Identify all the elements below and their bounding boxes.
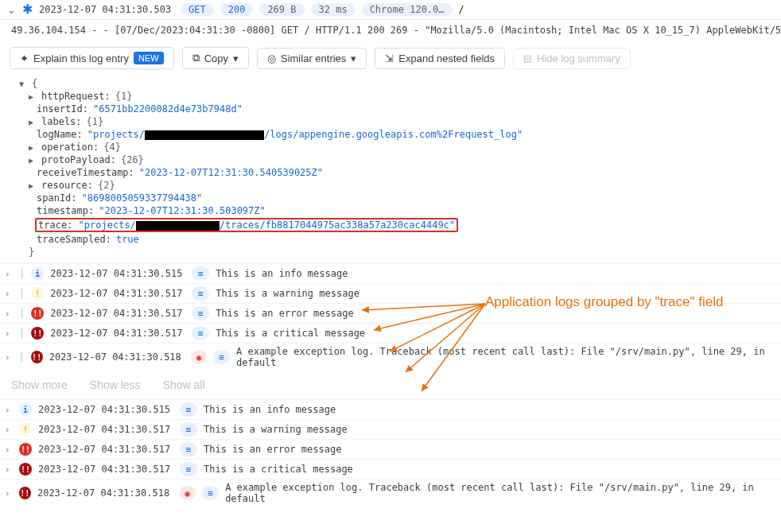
redacted-project (145, 130, 264, 140)
header-timestamp: 2023-12-07 04:31:30.503 (39, 4, 174, 15)
severity-crit-icon: !! (19, 487, 31, 499)
log-message: This is a critical message (216, 328, 365, 339)
log-message: A example exception log. Traceback (most… (236, 346, 776, 368)
redacted-project (136, 221, 220, 231)
json-key[interactable]: protoPayload: (41, 154, 116, 165)
log-message: This is an info message (216, 268, 348, 279)
json-key[interactable]: httpRequest: (41, 91, 111, 102)
expand-nested-button[interactable]: ⇲ Expand nested fields (375, 48, 505, 69)
hide-icon: ⊟ (523, 52, 532, 64)
expand-icon: ⇲ (385, 52, 394, 64)
json-value[interactable]: true (116, 234, 139, 245)
expand-arrow-icon[interactable]: ▶ (29, 118, 37, 126)
log-row[interactable]: › | !! 2023-12-07 04:31:30.518 ◉ ≡ A exa… (0, 343, 781, 371)
dropdown-caret-icon: ▾ (351, 52, 356, 64)
json-value[interactable]: "2023-12-07T12:31:30.503097Z" (99, 205, 266, 216)
json-key[interactable]: trace: (38, 219, 72, 231)
log-message: This is a warning message (216, 288, 359, 299)
expand-arrow-icon[interactable]: ▶ (29, 143, 37, 152)
trace-chip-icon[interactable]: ≡ (192, 286, 209, 301)
trace-chip-icon[interactable]: ≡ (192, 326, 209, 340)
log-row[interactable]: › | i 2023-12-07 04:31:30.515 ≡ This is … (0, 263, 781, 283)
nesting-bar: | (19, 288, 25, 299)
log-row[interactable]: › !! 2023-12-07 04:31:30.517 ≡ This is a… (0, 459, 781, 479)
json-value[interactable]: "6571bb2200082d4e73b7948d" (93, 103, 243, 115)
log-timestamp: 2023-12-07 04:31:30.515 (38, 404, 173, 415)
expand-chevron-icon[interactable]: › (5, 269, 13, 279)
expand-chevron-icon[interactable]: › (5, 425, 13, 435)
nesting-bar: | (19, 308, 25, 319)
json-key[interactable]: timestamp: (37, 205, 94, 216)
log-row[interactable]: › | !! 2023-12-07 04:31:30.517 ≡ This is… (0, 303, 781, 323)
response-size-pill[interactable]: 269 B (259, 3, 304, 16)
json-key[interactable]: resource: (41, 180, 93, 191)
expand-arrow-icon[interactable]: ▶ (29, 92, 37, 101)
json-key[interactable]: receiveTimestamp: (37, 167, 134, 178)
brace-open: { (32, 78, 37, 89)
json-count: {2} (98, 180, 115, 191)
trace-chip-icon[interactable]: ≡ (180, 402, 197, 417)
json-key[interactable]: traceSampled: (37, 234, 111, 245)
trace-chip-icon[interactable]: ≡ (192, 306, 209, 320)
json-key[interactable]: insertId: (37, 103, 88, 115)
json-value[interactable]: "8698005059337794438" (82, 192, 203, 204)
user-agent-pill[interactable]: Chrome 120.0… (362, 3, 453, 16)
expand-chevron-icon[interactable]: › (5, 488, 13, 499)
log-row[interactable]: › !! 2023-12-07 04:31:30.518 ◉ ≡ A examp… (0, 479, 781, 507)
trace-chip-icon[interactable]: ≡ (202, 486, 219, 500)
json-value[interactable]: "2023-12-07T12:31:30.540539025Z" (139, 167, 323, 178)
log-timestamp: 2023-12-07 04:31:30.517 (38, 464, 173, 475)
trace-chip-icon[interactable]: ≡ (192, 266, 209, 281)
target-icon: ◎ (267, 52, 276, 64)
json-key[interactable]: spanId: (37, 192, 77, 204)
log-row[interactable]: › | !! 2023-12-07 04:31:30.517 ≡ This is… (0, 323, 781, 343)
error-report-icon[interactable]: ◉ (179, 486, 196, 500)
http-status-pill[interactable]: 200 (220, 3, 254, 16)
json-value[interactable]: "projects//logs/appengine.googleapis.com… (87, 129, 523, 140)
severity-err-icon: !! (31, 307, 44, 320)
expand-chevron-icon[interactable]: › (5, 405, 13, 415)
raw-log-text: 49.36.104.154 - - [07/Dec/2023:04:31:30 … (0, 20, 781, 41)
json-count: {26} (121, 154, 144, 165)
collapse-chevron[interactable]: ⌄ (6, 4, 16, 16)
expand-chevron-icon[interactable]: › (5, 352, 12, 363)
expand-chevron-icon[interactable]: › (5, 445, 13, 455)
log-row[interactable]: › | ! 2023-12-07 04:31:30.517 ≡ This is … (0, 283, 781, 303)
trace-chip-icon[interactable]: ≡ (180, 442, 197, 456)
trace-chip-icon[interactable]: ≡ (180, 462, 197, 476)
log-row[interactable]: › ! 2023-12-07 04:31:30.517 ≡ This is a … (0, 419, 781, 439)
show-controls: Show more Show less Show all (0, 371, 781, 399)
expand-chevron-icon[interactable]: › (5, 309, 13, 319)
expand-chevron-icon[interactable]: › (5, 289, 13, 299)
severity-info-icon: i (19, 403, 32, 416)
log-row[interactable]: › !! 2023-12-07 04:31:30.517 ≡ This is a… (0, 439, 781, 459)
expand-arrow-icon[interactable]: ▶ (29, 156, 37, 165)
severity-err-icon: !! (19, 443, 32, 456)
expand-chevron-icon[interactable]: › (5, 464, 13, 475)
copy-label: Copy (204, 52, 228, 64)
expand-chevron-icon[interactable]: › (5, 328, 13, 339)
trace-chip-icon[interactable]: ≡ (180, 422, 197, 437)
http-method-pill[interactable]: GET (181, 3, 214, 16)
show-less-link[interactable]: Show less (90, 379, 141, 391)
trace-chip-icon[interactable]: ≡ (213, 350, 230, 364)
log-message: This is a warning message (204, 424, 348, 435)
json-key[interactable]: logName: (37, 129, 83, 140)
expand-arrow-icon[interactable]: ▶ (29, 181, 37, 190)
explain-button[interactable]: ✦ Explain this log entry NEW (10, 47, 174, 69)
latency-pill[interactable]: 32 ms (311, 3, 356, 16)
json-count: {1} (115, 91, 133, 102)
error-report-icon[interactable]: ◉ (191, 350, 208, 364)
similar-entries-button[interactable]: ◎ Similar entries ▾ (257, 48, 367, 69)
show-all-link[interactable]: Show all (163, 379, 205, 391)
json-key[interactable]: operation: (41, 142, 99, 153)
show-more-link[interactable]: Show more (11, 379, 68, 391)
hide-summary-button: ⊟ Hide log summary (513, 48, 631, 69)
hide-label: Hide log summary (537, 52, 620, 64)
log-header-row[interactable]: ⌄ ✱ 2023-12-07 04:31:30.503 GET 200 269 … (0, 0, 781, 20)
json-key[interactable]: labels: (41, 116, 82, 127)
json-collapse-icon[interactable]: ▼ (19, 80, 27, 88)
log-row[interactable]: › i 2023-12-07 04:31:30.515 ≡ This is an… (0, 399, 781, 419)
copy-button[interactable]: ⧉ Copy ▾ (182, 47, 249, 69)
json-value[interactable]: "projects//traces/fb8817044975ac338a57a2… (79, 219, 455, 231)
